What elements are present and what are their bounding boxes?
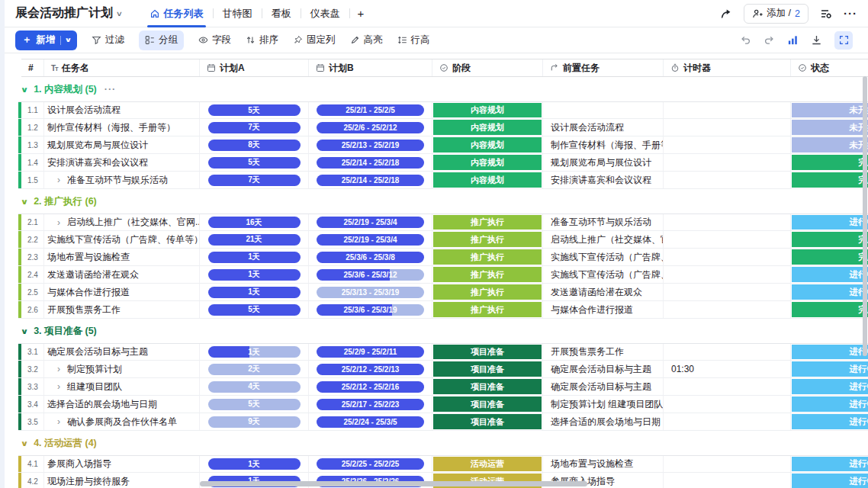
date-range-pill[interactable]: 25/2/14 - 25/2/18	[317, 175, 424, 186]
document-title[interactable]: 展会活动推广计划 ∨	[15, 5, 122, 21]
timer-cell[interactable]	[664, 378, 791, 395]
plan-a-cell[interactable]: 5天	[200, 102, 309, 118]
plan-b-cell[interactable]: 25/2/12 - 25/2/16	[309, 378, 432, 395]
plan-a-cell[interactable]: 4天	[200, 378, 309, 395]
plan-b-cell[interactable]: 25/2/14 - 25/2/18	[309, 172, 432, 188]
predecessor-cell[interactable]: 规划展览布局与展位设计	[543, 154, 664, 171]
plan-b-cell[interactable]: 25/2/9 - 25/2/11	[309, 344, 432, 360]
task-name-cell[interactable]: 实施线下宣传活动（广告牌、传单等）	[44, 231, 200, 248]
table-row[interactable]: 3.2›制定预算计划2天25/2/12 - 25/2/13项目准备确定展会活动目…	[18, 361, 868, 378]
predecessor-cell[interactable]	[543, 102, 664, 118]
plan-b-cell[interactable]: 25/2/19 - 25/3/4	[309, 231, 432, 248]
duration-pill[interactable]: 9天	[208, 416, 301, 428]
plan-a-cell[interactable]: 7天	[200, 172, 309, 188]
date-range-pill[interactable]: 25/2/13 - 25/2/19	[317, 140, 424, 151]
timer-cell[interactable]	[664, 396, 791, 413]
table-row[interactable]: 1.3规划展览布局与展位设计8天25/2/13 - 25/2/19内容规划制作宣…	[18, 136, 868, 154]
timer-cell[interactable]	[664, 154, 791, 171]
status-cell[interactable]: 未开始	[791, 102, 868, 118]
column-header-predecessor[interactable]: 前置任务	[543, 59, 664, 76]
table-row[interactable]: 2.4发送邀请函给潜在观众1天25/3/6 - 25/3/12推广执行实施线下宣…	[18, 266, 868, 284]
task-name-cell[interactable]: 选择合适的展会场地与日期	[44, 396, 200, 413]
task-name-cell[interactable]: ›制定预算计划	[44, 361, 200, 377]
table-row[interactable]: 1.4安排演讲嘉宾和会议议程5天25/2/14 - 25/2/18内容规划规划展…	[18, 154, 868, 172]
timer-cell[interactable]	[664, 344, 791, 360]
table-row[interactable]: 2.6开展预售票务工作5天25/3/6 - 25/3/19推广执行与媒体合作进行…	[18, 301, 868, 319]
task-name-cell[interactable]: 确定展会活动目标与主题	[44, 344, 200, 360]
plan-a-cell[interactable]: 1天	[200, 344, 309, 360]
column-header-plan-b[interactable]: 计划B	[309, 59, 432, 76]
share-icon[interactable]	[720, 8, 732, 20]
expand-chevron-icon[interactable]: ›	[57, 217, 60, 228]
duration-pill[interactable]: 2天	[208, 364, 301, 375]
predecessor-cell[interactable]: 与媒体合作进行报道	[543, 301, 664, 318]
expand-chevron-icon[interactable]: ›	[57, 381, 60, 392]
status-cell[interactable]: 进行中	[791, 396, 868, 413]
task-name-cell[interactable]: 设计展会活动流程	[44, 102, 200, 118]
plan-a-cell[interactable]: 1天	[200, 456, 309, 472]
date-range-pill[interactable]: 25/2/12 - 25/2/13	[317, 364, 424, 375]
duration-pill[interactable]: 1天	[208, 346, 301, 358]
date-range-pill[interactable]: 25/3/6 - 25/3/19	[317, 304, 424, 316]
vertical-scrollbar[interactable]	[863, 76, 867, 356]
duration-pill[interactable]: 1天	[208, 458, 301, 470]
expand-chevron-icon[interactable]: ›	[57, 364, 60, 374]
duration-pill[interactable]: 5天	[208, 157, 301, 169]
column-header-status[interactable]: 状态	[791, 59, 868, 76]
predecessor-cell[interactable]: 发送邀请函给潜在观众	[543, 284, 664, 300]
stage-cell[interactable]: 项目准备	[432, 378, 543, 395]
plan-b-cell[interactable]: 25/3/6 - 25/3/8	[309, 249, 432, 265]
column-header-stage[interactable]: 阶段	[432, 59, 543, 76]
date-range-pill[interactable]: 25/2/12 - 25/2/16	[317, 381, 424, 393]
chevron-down-icon[interactable]: ∨	[21, 197, 29, 206]
timer-cell[interactable]	[664, 119, 791, 136]
status-cell[interactable]: 完成	[791, 231, 868, 248]
task-name-cell[interactable]: 现场注册与接待服务	[44, 473, 200, 488]
stage-cell[interactable]: 内容规划	[432, 154, 543, 171]
task-name-cell[interactable]: 制作宣传材料（海报、手册等）	[44, 119, 200, 136]
timer-cell[interactable]	[664, 231, 791, 248]
timer-cell[interactable]	[664, 102, 791, 118]
predecessor-cell[interactable]: 实施线下宣传活动（广告牌、传单等）	[543, 249, 664, 265]
stage-cell[interactable]: 项目准备	[432, 396, 543, 413]
predecessor-cell[interactable]: 确定展会活动目标与主题	[543, 378, 664, 395]
table-row[interactable]: 1.1设计展会活动流程5天25/2/1 - 25/2/5内容规划未开始	[18, 101, 868, 119]
duration-pill[interactable]: 5天	[208, 304, 301, 316]
expand-chevron-icon[interactable]: ›	[57, 175, 60, 185]
predecessor-cell[interactable]: 制定预算计划 组建项目团队	[543, 396, 664, 413]
plan-a-cell[interactable]: 5天	[200, 396, 309, 413]
chevron-down-icon[interactable]: ∨	[21, 85, 29, 94]
timer-cell[interactable]	[664, 456, 791, 472]
status-cell[interactable]: 完成	[791, 301, 868, 318]
task-name-cell[interactable]: ›确认参展商及合作伙伴名单	[44, 413, 200, 430]
timer-cell[interactable]	[664, 413, 791, 430]
predecessor-cell[interactable]: 设计展会活动流程	[543, 119, 664, 136]
more-options-icon[interactable]: ···	[844, 7, 857, 20]
duration-pill[interactable]: 21天	[208, 234, 301, 246]
undo-icon[interactable]	[740, 34, 751, 46]
date-range-pill[interactable]: 25/2/25 - 25/2/25	[317, 458, 424, 470]
task-name-cell[interactable]: 参展商入场指导	[44, 456, 200, 472]
table-row[interactable]: 4.1参展商入场指导1天25/2/25 - 25/2/25活动运营场地布置与设施…	[18, 455, 868, 473]
stage-cell[interactable]: 推广执行	[432, 249, 543, 265]
predecessor-cell[interactable]: 准备互动环节与娱乐活动	[543, 214, 664, 230]
automation-icon[interactable]	[820, 8, 832, 20]
stage-cell[interactable]: 项目准备	[432, 413, 543, 430]
status-cell[interactable]: 进行中	[791, 378, 868, 395]
table-row[interactable]: 1.5›准备互动环节与娱乐活动7天25/2/14 - 25/2/18内容规划安排…	[18, 172, 868, 189]
duration-pill[interactable]: 1天	[208, 287, 301, 298]
duration-pill[interactable]: 8天	[208, 140, 301, 151]
date-range-pill[interactable]: 25/2/1 - 25/2/5	[317, 104, 424, 116]
timer-cell[interactable]	[664, 214, 791, 230]
tab-gantt[interactable]: 甘特图	[214, 0, 262, 27]
status-cell[interactable]: 进行中	[791, 473, 868, 488]
task-name-cell[interactable]: 场地布置与设施检查	[44, 249, 200, 265]
fields-button[interactable]: 字段	[198, 30, 231, 50]
predecessor-cell[interactable]: 实施线下宣传活动（广告牌、传单等）	[543, 266, 664, 283]
stage-cell[interactable]: 项目准备	[432, 344, 543, 360]
table-row[interactable]: 3.4选择合适的展会场地与日期5天25/2/17 - 25/2/23项目准备制定…	[18, 396, 868, 413]
plan-a-cell[interactable]: 21天	[200, 231, 309, 248]
plan-a-cell[interactable]: 8天	[200, 136, 309, 153]
date-range-pill[interactable]: 25/2/19 - 25/3/4	[317, 217, 424, 228]
tab-task-list[interactable]: 任务列表	[140, 0, 213, 27]
